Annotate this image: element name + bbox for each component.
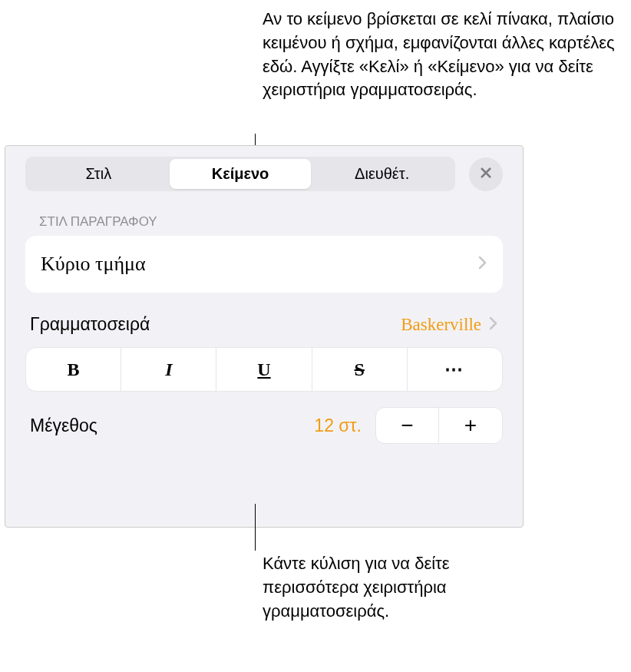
size-increase-button[interactable]: + <box>439 408 502 443</box>
chevron-right-icon <box>478 256 487 273</box>
tab-segment: Στιλ Κείμενο Διευθέτ. <box>25 157 455 191</box>
tab-style[interactable]: Στιλ <box>28 159 170 189</box>
format-panel: Στιλ Κείμενο Διευθέτ. ΣΤΙΛ ΠΑΡΑΓΡΑΦΟΥ Κύ… <box>5 145 524 528</box>
ellipsis-icon: ⋯ <box>444 359 464 380</box>
size-label: Μέγεθος <box>30 415 314 436</box>
underline-button[interactable]: U <box>216 348 312 391</box>
font-label: Γραμματοσειρά <box>30 314 150 335</box>
paragraph-style-row[interactable]: Κύριο τμήμα <box>25 236 503 293</box>
italic-button[interactable]: I <box>121 348 216 391</box>
bold-icon: B <box>68 359 80 380</box>
more-button[interactable]: ⋯ <box>408 348 502 391</box>
section-label-paragraph-style: ΣΤΙΛ ΠΑΡΑΓΡΑΦΟΥ <box>5 200 523 236</box>
size-decrease-button[interactable]: − <box>376 408 439 443</box>
close-button[interactable] <box>469 157 503 191</box>
close-icon <box>479 166 493 183</box>
tab-text[interactable]: Κείμενο <box>170 159 312 189</box>
annotation-top: Αν το κείμενο βρίσκεται σε κελί πίνακα, … <box>263 8 619 102</box>
font-row: Γραμματοσειρά Baskerville <box>25 314 503 343</box>
font-picker[interactable]: Baskerville <box>401 315 498 335</box>
size-stepper: − + <box>375 407 503 444</box>
tab-arrange[interactable]: Διευθέτ. <box>311 159 453 189</box>
strikethrough-button[interactable]: S <box>312 348 408 391</box>
underline-icon: U <box>257 359 270 380</box>
paragraph-style-value: Κύριο τμήμα <box>41 253 146 276</box>
minus-icon: − <box>401 413 413 438</box>
text-style-button-group: B I U S ⋯ <box>25 347 503 392</box>
tab-bar: Στιλ Κείμενο Διευθέτ. <box>5 146 523 200</box>
size-row: Μέγεθος 12 στ. − + <box>25 407 503 444</box>
bold-button[interactable]: B <box>26 348 121 391</box>
font-value: Baskerville <box>401 315 481 335</box>
plus-icon: + <box>464 413 477 438</box>
italic-icon: I <box>165 359 172 380</box>
chevron-right-icon <box>489 316 498 333</box>
strikethrough-icon: S <box>355 359 365 380</box>
annotation-bottom: Κάντε κύλιση για να δείτε περισσότερα χε… <box>263 552 539 623</box>
size-value: 12 στ. <box>314 415 362 436</box>
callout-line-bottom <box>255 504 256 551</box>
